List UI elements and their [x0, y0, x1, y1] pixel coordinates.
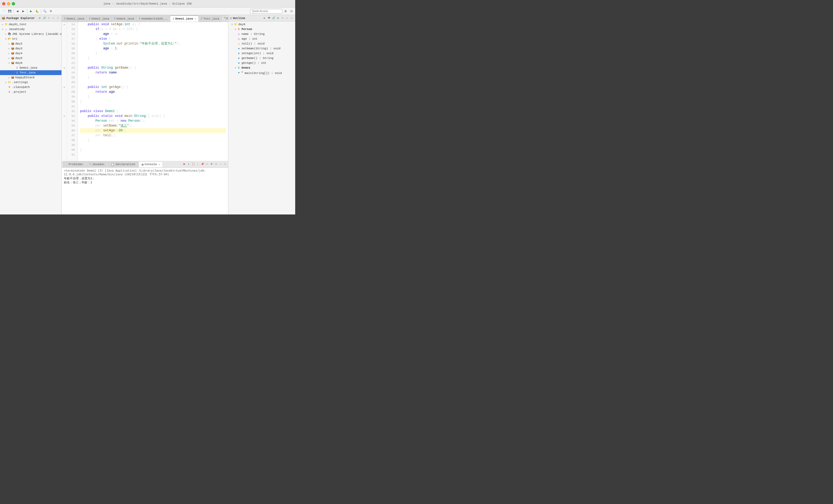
- toolbar-refactor-btn[interactable]: ⚙: [48, 8, 53, 14]
- toolbar-debug-btn[interactable]: 🐛: [34, 8, 40, 14]
- outline-age-field[interactable]: ◻ age : int: [229, 36, 295, 41]
- outline-menu-icon[interactable]: ▽: [281, 16, 284, 20]
- tab-demo1-1[interactable]: J Demo1.java: [62, 15, 87, 22]
- console-min-icon[interactable]: —: [219, 162, 222, 166]
- tree-item-day5[interactable]: ▷ 📦 day5: [0, 56, 62, 60]
- toolbar-new-btn[interactable]: 📄: [1, 8, 6, 14]
- outline-getage-method[interactable]: ● getAge() : int: [229, 60, 295, 66]
- code-39: [80, 143, 226, 147]
- tab-demo2[interactable]: J Demo2.java: [87, 15, 112, 22]
- close-button[interactable]: [2, 2, 5, 5]
- code-26: [80, 80, 226, 85]
- console-copy-icon[interactable]: 📋: [191, 162, 195, 166]
- tab-close-demo1[interactable]: ✕: [195, 18, 196, 20]
- outline-main-method[interactable]: ● S main(String[]) : void: [229, 70, 295, 75]
- outline-setage-method[interactable]: ● setAge(int) : void: [229, 51, 295, 56]
- console-terminate-icon[interactable]: ■: [182, 162, 186, 166]
- package-explorer-icon: 📦: [2, 16, 5, 20]
- outline-demo1-class[interactable]: ▽ C Demo1: [229, 66, 295, 70]
- code-34: Person per = new Person();: [80, 119, 226, 123]
- ln-28: 28: [69, 90, 76, 94]
- minimize-button[interactable]: [7, 2, 10, 5]
- arrow-day4: ▷: [7, 52, 11, 55]
- outline-max-icon[interactable]: □: [290, 16, 293, 20]
- minimize-panel-icon[interactable]: —: [51, 16, 55, 20]
- code-content[interactable]: public void setAge(int a) { if(a > 0 && …: [78, 22, 228, 161]
- tree-item-day2[interactable]: ▷ 📦 day2: [0, 41, 62, 46]
- code-editor[interactable]: ⊖ ⊖ ⊖: [62, 22, 228, 161]
- outline-hide-icon[interactable]: 👁: [267, 16, 271, 20]
- outline-person[interactable]: ▽ C Person: [229, 27, 295, 32]
- tab-close-console[interactable]: ✕: [159, 163, 160, 166]
- ln-36: 36: [69, 128, 76, 133]
- toolbar-console-btn[interactable]: ⊡: [289, 8, 294, 14]
- ln-32: 32: [69, 109, 76, 114]
- outline-arrow-person: ▽: [234, 28, 237, 31]
- tree-item-day4[interactable]: ▷ 📦 day4: [0, 51, 62, 56]
- label-test: Test.java: [20, 71, 35, 74]
- console-view-icon[interactable]: 👁: [210, 162, 213, 166]
- console-new-icon[interactable]: +: [205, 162, 209, 166]
- tab-badge-28[interactable]: "28: [222, 15, 228, 22]
- console-pin-icon[interactable]: 📌: [200, 162, 204, 166]
- console-clear-icon[interactable]: ✕: [187, 162, 191, 166]
- maximize-button[interactable]: [12, 2, 15, 5]
- outline-collapse-icon[interactable]: ⊟: [276, 16, 280, 20]
- tree-item-project[interactable]: ▷ X .project: [0, 90, 62, 94]
- toolbar-perspective-btn[interactable]: ⊞: [283, 8, 288, 14]
- outline-min-icon[interactable]: —: [285, 16, 289, 20]
- quick-access-input[interactable]: [250, 9, 282, 14]
- outline-label-day6: day6: [238, 23, 245, 26]
- outline-link-icon[interactable]: 🔗: [271, 16, 275, 20]
- console-scroll-icon[interactable]: ↓: [196, 162, 200, 166]
- tree-item-jre[interactable]: ▷ 📚 JRE System Library [JavaSE-11]: [0, 32, 62, 36]
- tree-item-src[interactable]: ▽ 📂 src: [0, 36, 62, 41]
- tree-item-day6[interactable]: ▽ 📦 day6: [0, 60, 62, 66]
- tree-item-settings[interactable]: ▷ 📁 .settings: [0, 80, 62, 85]
- outline-day6[interactable]: ▽ 📁 day6: [229, 22, 295, 27]
- tab-test[interactable]: J Test.java: [198, 15, 222, 22]
- view-menu-icon[interactable]: ▽: [47, 16, 51, 20]
- label-settings: .settings: [12, 81, 28, 84]
- tab-javadoc[interactable]: ? Javadoc: [86, 161, 108, 167]
- tree-item-test[interactable]: ▷ J Test.java: [0, 70, 62, 75]
- outline-setname-method[interactable]: ● setName(String) : void: [229, 46, 295, 51]
- link-editor-icon[interactable]: 🔗: [42, 16, 46, 20]
- console-menu-icon[interactable]: ▽: [214, 162, 218, 166]
- tree-item-classpath[interactable]: ▷ X .classpath: [0, 85, 62, 90]
- tab-console[interactable]: ▤ Console ✕: [139, 161, 163, 167]
- tab-homework[interactable]: J HomeWork1020...: [137, 15, 170, 22]
- tree-item-day3[interactable]: ▷ 📦 day3: [0, 46, 62, 51]
- toolbar-forward-btn[interactable]: ▶: [21, 8, 26, 14]
- tree-item-happy[interactable]: ▷ 📦 happyEStack: [0, 75, 62, 80]
- tree-item-demo1[interactable]: ▷ J Demo1.java: [0, 66, 62, 70]
- outline-field-icon-age: ◻: [237, 37, 241, 41]
- code-32: public class Demo1 {: [80, 109, 226, 114]
- package-icon-happy: 📦: [11, 76, 15, 79]
- console-output-2: 姓名：张三；年龄：1: [64, 180, 226, 184]
- toolbar-save-btn[interactable]: 💾: [7, 8, 13, 14]
- tab-demo3[interactable]: J Demo3.java: [112, 15, 137, 22]
- tree-item-day01_test[interactable]: ▷ 📁 day01_test: [0, 22, 62, 27]
- label-project: .project: [12, 90, 26, 94]
- tab-problems[interactable]: ⚠ Problems: [63, 161, 86, 167]
- toolbar-back-btn[interactable]: ◀: [15, 8, 20, 14]
- code-23: public String getName() {: [80, 66, 226, 70]
- outline-label-setname: setName(String) : void: [241, 47, 281, 50]
- tree-item-javastudy[interactable]: ▽ ☕ JavaStudy: [0, 27, 62, 32]
- collapse-all-icon[interactable]: ⊟: [38, 16, 42, 20]
- outline-sort-icon[interactable]: ⇅: [262, 16, 266, 20]
- tab-label-test: Test.java: [204, 17, 219, 20]
- toolbar-run-btn[interactable]: ▶: [28, 8, 34, 14]
- console-max-icon[interactable]: □: [223, 162, 227, 166]
- outline-getname-method[interactable]: ● getName() : String: [229, 56, 295, 60]
- outline-arrow-day6: ▽: [231, 23, 234, 26]
- outline-tell-method[interactable]: ▲ tell() : void: [229, 41, 295, 46]
- maximize-panel-icon[interactable]: □: [56, 16, 60, 20]
- tab-demo1-active[interactable]: J Demo1.java ✕: [170, 15, 198, 22]
- tab-declaration[interactable]: 📋 Declaration: [108, 161, 138, 167]
- outline-name-field[interactable]: ◻ name : String: [229, 32, 295, 36]
- toolbar-search-btn[interactable]: 🔍: [42, 8, 48, 14]
- tab-label-demo3: Demo3.java: [117, 17, 134, 20]
- gutter-21: [62, 56, 67, 60]
